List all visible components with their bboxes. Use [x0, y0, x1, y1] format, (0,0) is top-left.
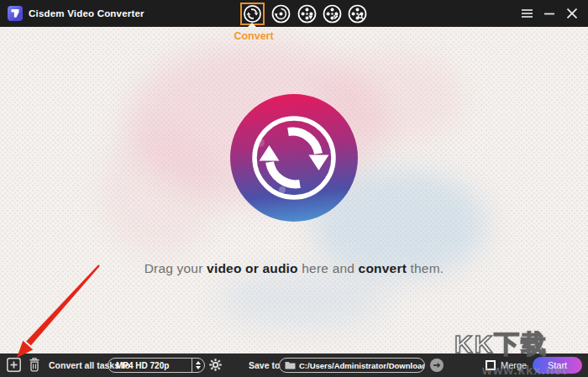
film-reel-download-icon	[297, 4, 317, 24]
merge-checkbox[interactable]	[486, 360, 496, 370]
open-folder-button[interactable]	[430, 359, 444, 372]
disc-rip-icon	[271, 4, 291, 24]
trash-icon	[28, 357, 41, 373]
save-to-label: Save to	[249, 353, 280, 377]
merge-label: Merge	[501, 353, 527, 377]
toolbar-tab-convert[interactable]	[240, 3, 265, 25]
film-reel-edit-icon	[323, 4, 342, 24]
drop-hint-part: here and	[298, 261, 359, 275]
save-path-value: C:/Users/Administrator/Downloads/New fol…	[296, 361, 424, 370]
convert-hero-icon	[227, 91, 361, 225]
drop-zone[interactable]: Convert Drag your video or audio her	[0, 27, 588, 353]
folder-icon	[285, 361, 296, 369]
plus-icon	[7, 358, 21, 372]
close-icon	[567, 8, 577, 18]
toolbar-tab-search[interactable]	[348, 4, 367, 24]
close-button[interactable]	[564, 0, 580, 27]
toolbar-tab-download[interactable]	[297, 4, 317, 24]
save-path-field[interactable]: C:/Users/Administrator/Downloads/New fol…	[279, 358, 425, 373]
minimize-icon	[544, 13, 554, 15]
convert-tab-pointer	[248, 23, 256, 27]
drop-hint-part: them.	[407, 261, 444, 275]
watercolor-splotch	[218, 270, 386, 329]
toolbar-tab-rip[interactable]	[271, 4, 291, 24]
format-settings-button[interactable]	[208, 358, 223, 372]
output-format-value: MP4 HD 720p	[108, 361, 192, 370]
hamburger-menu-icon	[522, 9, 533, 18]
select-stepper-icon[interactable]	[192, 359, 204, 372]
chevron-down-icon	[196, 366, 201, 369]
minimize-button[interactable]	[542, 0, 557, 27]
drop-hint-bold: convert	[359, 261, 407, 275]
arrow-right-icon	[433, 361, 441, 369]
drop-hint-text: Drag your video or audio here and conver…	[0, 261, 588, 276]
active-tab-label: Convert	[220, 30, 287, 42]
app-logo-icon	[8, 6, 23, 21]
output-format-select[interactable]: MP4 HD 720p	[108, 358, 205, 373]
title-bar: Cisdem Video Converter	[0, 0, 588, 27]
delete-file-button[interactable]	[28, 357, 41, 373]
bottom-toolbar: Convert all tasks to MP4 HD 720p Save to	[0, 353, 588, 377]
chevron-up-icon	[196, 361, 201, 364]
window-title: Cisdem Video Converter	[29, 0, 144, 27]
menu-button[interactable]	[519, 0, 534, 27]
add-file-button[interactable]	[7, 358, 21, 372]
gear-icon	[208, 358, 223, 372]
drop-hint-part: Drag your	[144, 261, 207, 275]
film-reel-search-icon	[348, 4, 367, 24]
drop-hint-bold: video or audio	[207, 261, 298, 275]
toolbar-tab-edit[interactable]	[323, 4, 342, 24]
watercolor-splotch	[101, 128, 218, 254]
convert-arrows-icon	[243, 4, 262, 24]
start-button[interactable]: Start	[533, 357, 582, 374]
